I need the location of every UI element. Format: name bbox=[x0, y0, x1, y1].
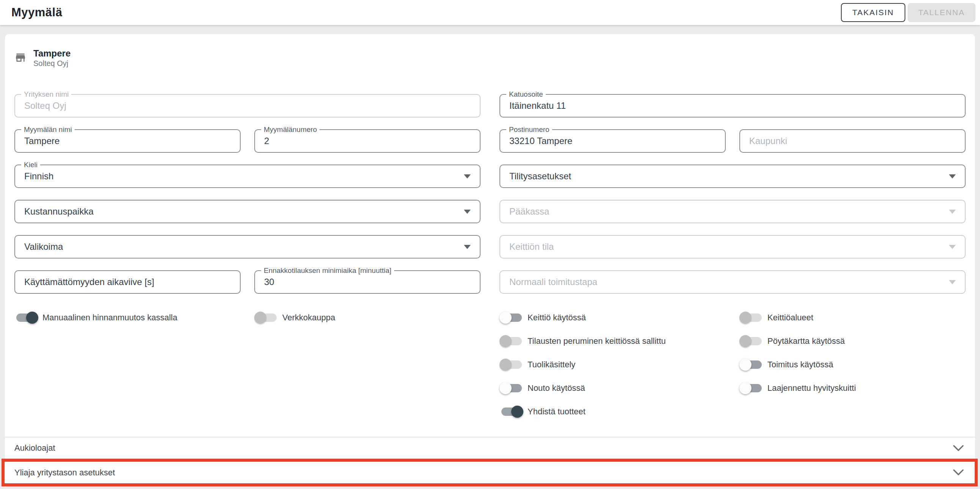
toggle-pickup-enabled[interactable]: Nouto käytössä bbox=[500, 381, 726, 395]
switch bbox=[739, 311, 764, 325]
cost-center-value: Kustannuspaikka bbox=[24, 206, 94, 217]
toggle-order-cancel-kitchen: Tilausten peruminen keittiössä sallittu bbox=[500, 334, 726, 348]
default-delivery-value: Normaali toimitustapa bbox=[509, 277, 597, 287]
toggle-label: Keittiö käytössä bbox=[528, 313, 586, 323]
toggle-label: Verkkokauppa bbox=[282, 313, 335, 323]
header-buttons: TAKAISIN TALLENNA bbox=[841, 3, 975, 22]
toggle-webshop: Verkkokauppa bbox=[254, 311, 480, 325]
toggle-kitchen-enabled[interactable]: Keittiö käytössä bbox=[500, 311, 726, 325]
switch bbox=[739, 334, 764, 348]
company-name-value: Solteq Oyj bbox=[24, 100, 66, 111]
switch[interactable] bbox=[14, 311, 39, 325]
language-label: Kieli bbox=[21, 161, 40, 169]
preorder-min-time-value: 30 bbox=[264, 277, 274, 287]
store-company: Solteq Oyj bbox=[33, 59, 70, 68]
toggle-kitchen-areas: Keittiöalueet bbox=[739, 311, 966, 325]
caret-down-icon bbox=[464, 210, 471, 214]
store-name: Tampere bbox=[33, 48, 70, 59]
idle-timeout-field[interactable]: Käyttämättömyyden aikaviive [s] bbox=[14, 270, 241, 294]
company-name-field: Yrityksen nimi Solteq Oyj bbox=[14, 94, 480, 118]
toggle-label: Toimitus käytössä bbox=[767, 360, 833, 370]
storefront-icon bbox=[14, 51, 27, 64]
toggle-table-map: Pöytäkartta käytössä bbox=[739, 334, 966, 348]
assortment-value: Valikoima bbox=[24, 242, 63, 252]
store-settings-card: Tampere Solteq Oyj Yrityksen nimi Solteq… bbox=[5, 34, 975, 486]
toggle-label: Nouto käytössä bbox=[528, 383, 585, 393]
store-name-label: Myymälän nimi bbox=[21, 126, 75, 134]
postal-code-field[interactable]: Postinumero 33210 Tampere bbox=[500, 129, 726, 153]
save-button: TALLENNA bbox=[908, 3, 975, 22]
caret-down-icon bbox=[949, 245, 956, 249]
switch[interactable] bbox=[739, 381, 764, 395]
preorder-min-time-field[interactable]: Ennakkotilauksen minimiaika [minuuttia] … bbox=[254, 270, 480, 294]
accordion-label: Yliaja yritystason asetukset bbox=[14, 468, 115, 478]
toggle-label: Keittiöalueet bbox=[767, 313, 813, 323]
settlement-settings-select[interactable]: Tilitysasetukset bbox=[500, 164, 966, 188]
city-field[interactable]: Kaupunki bbox=[739, 129, 966, 153]
top-bar: Myymälä TAKAISIN TALLENNA bbox=[0, 0, 980, 25]
language-select[interactable]: Kieli Finnish bbox=[14, 164, 480, 188]
toggle-manual-price-change[interactable]: Manuaalinen hinnanmuutos kassalla bbox=[14, 311, 241, 325]
accordion-override-company-settings[interactable]: Yliaja yritystason asetukset bbox=[5, 459, 975, 486]
settlement-settings-value: Tilitysasetukset bbox=[509, 171, 571, 182]
store-number-label: Myymälänumero bbox=[261, 126, 320, 134]
accordion-opening-hours[interactable]: Aukioloajat bbox=[5, 437, 975, 459]
store-name-value: Tampere bbox=[24, 136, 59, 147]
kitchen-state-value: Keittiön tila bbox=[509, 242, 554, 252]
caret-down-icon bbox=[949, 280, 956, 284]
store-header: Tampere Solteq Oyj bbox=[5, 34, 975, 67]
switch[interactable] bbox=[739, 358, 764, 371]
toggle-delivery-enabled[interactable]: Toimitus käytössä bbox=[739, 358, 966, 371]
toggle-extended-refund-receipt[interactable]: Laajennettu hyvityskuitti bbox=[739, 381, 966, 395]
assortment-select[interactable]: Valikoima bbox=[14, 235, 480, 258]
switch[interactable] bbox=[500, 381, 524, 395]
city-placeholder: Kaupunki bbox=[749, 136, 787, 147]
switch bbox=[500, 334, 524, 348]
street-address-value: Itäinenkatu 11 bbox=[509, 100, 566, 111]
page-title: Myymälä bbox=[11, 6, 62, 19]
language-value: Finnish bbox=[24, 171, 53, 182]
caret-down-icon bbox=[949, 210, 956, 214]
postal-code-value: 33210 Tampere bbox=[509, 136, 572, 147]
store-form: Yrityksen nimi Solteq Oyj Katuosoite Itä… bbox=[5, 94, 975, 294]
back-button[interactable]: TAKAISIN bbox=[841, 3, 905, 22]
switch bbox=[254, 311, 278, 325]
idle-timeout-placeholder: Käyttämättömyyden aikaviive [s] bbox=[24, 277, 154, 287]
street-address-label: Katuosoite bbox=[506, 90, 546, 99]
toggle-chair-handling: Tuolikäsittely bbox=[500, 358, 726, 371]
main-register-value: Pääkassa bbox=[509, 206, 549, 217]
toggle-label: Yhdistä tuotteet bbox=[528, 407, 585, 417]
toggle-combine-products[interactable]: Yhdistä tuotteet bbox=[500, 405, 726, 419]
cost-center-select[interactable]: Kustannuspaikka bbox=[14, 200, 480, 223]
caret-down-icon bbox=[949, 174, 956, 178]
toggle-label: Laajennettu hyvityskuitti bbox=[767, 383, 856, 393]
store-number-value: 2 bbox=[264, 136, 269, 147]
caret-down-icon bbox=[464, 245, 471, 249]
default-delivery-select: Normaali toimitustapa bbox=[500, 270, 966, 294]
accordion-section: Aukioloajat Yliaja yritystason asetukset bbox=[5, 437, 975, 486]
company-name-label: Yrityksen nimi bbox=[21, 90, 71, 99]
toggle-label: Tuolikäsittely bbox=[528, 360, 575, 370]
switch bbox=[500, 358, 524, 371]
toggle-section: Manuaalinen hinnanmuutos kassalla Verkko… bbox=[5, 311, 975, 419]
switch[interactable] bbox=[500, 405, 524, 419]
postal-code-label: Postinumero bbox=[506, 126, 552, 134]
kitchen-state-select: Keittiön tila bbox=[500, 235, 966, 258]
street-address-field[interactable]: Katuosoite Itäinenkatu 11 bbox=[500, 94, 966, 118]
accordion-label: Aukioloajat bbox=[14, 443, 55, 453]
main-register-select: Pääkassa bbox=[500, 200, 966, 223]
toggle-label: Manuaalinen hinnanmuutos kassalla bbox=[43, 313, 177, 323]
preorder-min-time-label: Ennakkotilauksen minimiaika [minuuttia] bbox=[261, 266, 394, 275]
toggle-label: Tilausten peruminen keittiössä sallittu bbox=[528, 336, 666, 346]
toggle-label: Pöytäkartta käytössä bbox=[767, 336, 845, 346]
chevron-down-icon bbox=[953, 469, 964, 476]
switch[interactable] bbox=[500, 311, 524, 325]
caret-down-icon bbox=[464, 174, 471, 178]
chevron-down-icon bbox=[953, 445, 964, 451]
store-number-field[interactable]: Myymälänumero 2 bbox=[254, 129, 480, 153]
store-name-field[interactable]: Myymälän nimi Tampere bbox=[14, 129, 241, 153]
